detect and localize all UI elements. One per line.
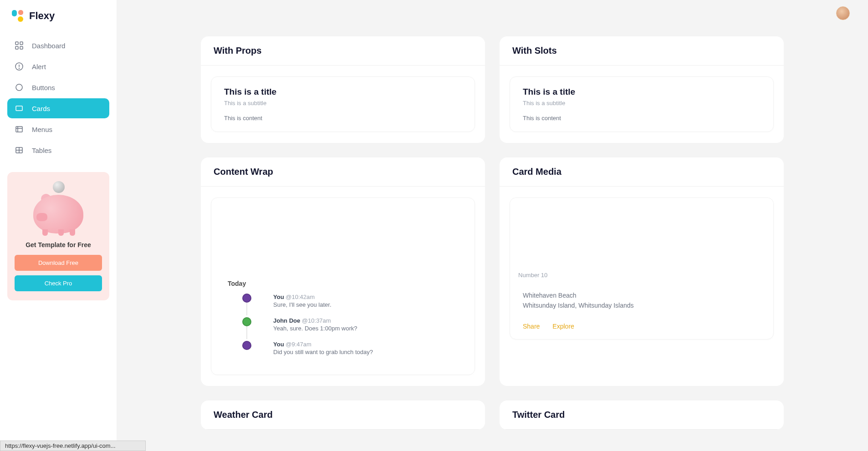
sidebar-item-cards[interactable]: Cards bbox=[7, 98, 109, 118]
sidebar-item-label: Cards bbox=[32, 105, 50, 112]
svg-point-2 bbox=[18, 16, 23, 22]
panel-card-media: Card Media Number 10 Whitehaven Beach Wh… bbox=[500, 157, 784, 386]
grid-icon bbox=[15, 41, 24, 50]
nav-list: Dashboard Alert Buttons Cards Menus Tabl… bbox=[0, 35, 117, 161]
avatar[interactable] bbox=[836, 6, 850, 20]
timeline-card: Today You @10:42am Sure, I'll see you la… bbox=[211, 198, 475, 375]
panel-header: Twitter Card bbox=[500, 400, 784, 430]
promo-card: Get Template for Free Download Free Chec… bbox=[7, 172, 109, 300]
download-button[interactable]: Download Free bbox=[15, 255, 102, 271]
panel-header: Content Wrap bbox=[201, 157, 485, 187]
panel-header: With Slots bbox=[500, 36, 784, 66]
sidebar: Flexy Dashboard Alert Buttons Cards Menu… bbox=[0, 0, 117, 451]
explore-button[interactable]: Explore bbox=[552, 323, 574, 330]
svg-rect-11 bbox=[16, 106, 22, 111]
sidebar-item-alert[interactable]: Alert bbox=[7, 56, 109, 76]
panel-content-wrap: Content Wrap Today You @10:42am bbox=[201, 157, 485, 386]
card-subtitle: This is a subtitle bbox=[224, 100, 462, 106]
logo[interactable]: Flexy bbox=[0, 9, 117, 35]
timeline-dot-icon bbox=[242, 294, 251, 303]
timeline-time: @9:47am bbox=[286, 341, 311, 348]
table-icon bbox=[15, 146, 24, 155]
sidebar-item-menus[interactable]: Menus bbox=[7, 119, 109, 139]
promo-text: Get Template for Free bbox=[15, 241, 102, 248]
card-title: This is a title bbox=[523, 87, 761, 97]
panel-header: Card Media bbox=[500, 157, 784, 187]
card-icon bbox=[15, 104, 24, 113]
svg-rect-4 bbox=[20, 42, 23, 45]
card-media-image bbox=[510, 198, 773, 266]
main-content: With Props This is a title This is a sub… bbox=[117, 0, 868, 451]
sidebar-item-label: Buttons bbox=[32, 84, 55, 91]
timeline-dot-icon bbox=[242, 317, 251, 326]
sidebar-item-label: Dashboard bbox=[32, 42, 65, 50]
panel-twitter: Twitter Card bbox=[500, 400, 784, 430]
timeline-name: You bbox=[273, 294, 284, 300]
timeline-message: Did you still want to grab lunch today? bbox=[273, 349, 373, 355]
status-bar: https://flexy-vuejs-free.netlify.app/ui-… bbox=[0, 441, 146, 451]
panel-with-slots: With Slots This is a title This is a sub… bbox=[500, 36, 784, 143]
svg-rect-3 bbox=[15, 42, 18, 45]
today-label: Today bbox=[224, 280, 462, 287]
media-location-2: Whitsunday Island, Whitsunday Islands bbox=[523, 300, 761, 310]
media-card: Number 10 Whitehaven Beach Whitsunday Is… bbox=[510, 198, 774, 340]
alert-icon bbox=[15, 62, 24, 71]
timeline-time: @10:37am bbox=[302, 317, 331, 324]
card-subtitle: This is a subtitle bbox=[523, 100, 761, 106]
circle-icon bbox=[15, 83, 24, 92]
timeline-name: You bbox=[273, 341, 284, 348]
sidebar-item-label: Menus bbox=[32, 126, 52, 133]
panel-weather: Weather Card bbox=[201, 400, 485, 430]
card-title: This is a title bbox=[224, 87, 462, 97]
panel-header: Weather Card bbox=[201, 400, 485, 430]
timeline: You @10:42am Sure, I'll see you later. J… bbox=[242, 294, 462, 355]
piggy-bank-icon bbox=[31, 181, 86, 236]
share-button[interactable]: Share bbox=[523, 323, 540, 330]
demo-card: This is a title This is a subtitle This … bbox=[510, 76, 774, 132]
timeline-name: John Doe bbox=[273, 317, 300, 324]
sidebar-item-label: Tables bbox=[32, 147, 51, 154]
timeline-message: Sure, I'll see you later. bbox=[273, 301, 332, 308]
brand-name: Flexy bbox=[29, 10, 55, 22]
svg-point-10 bbox=[16, 84, 22, 91]
menu-icon bbox=[15, 125, 24, 134]
demo-card: This is a title This is a subtitle This … bbox=[211, 76, 475, 132]
media-location-1: Whitehaven Beach bbox=[523, 290, 761, 300]
svg-rect-5 bbox=[15, 46, 18, 49]
logo-icon bbox=[11, 9, 25, 23]
panel-header: With Props bbox=[201, 36, 485, 66]
card-content: This is content bbox=[224, 115, 462, 122]
card-content: This is content bbox=[523, 115, 761, 122]
panel-with-props: With Props This is a title This is a sub… bbox=[201, 36, 485, 143]
timeline-item: John Doe @10:37am Yeah, sure. Does 1:00p… bbox=[242, 317, 462, 332]
timeline-time: @10:42am bbox=[286, 294, 315, 300]
svg-rect-12 bbox=[16, 127, 22, 132]
check-pro-button[interactable]: Check Pro bbox=[15, 275, 102, 291]
sidebar-item-dashboard[interactable]: Dashboard bbox=[7, 35, 109, 56]
timeline-dot-icon bbox=[242, 341, 251, 350]
sidebar-item-buttons[interactable]: Buttons bbox=[7, 77, 109, 97]
timeline-item: You @10:42am Sure, I'll see you later. bbox=[242, 294, 462, 308]
sidebar-item-label: Alert bbox=[32, 63, 46, 71]
svg-rect-0 bbox=[12, 10, 17, 16]
timeline-item: You @9:47am Did you still want to grab l… bbox=[242, 341, 462, 355]
card-image-placeholder bbox=[224, 208, 462, 280]
media-number: Number 10 bbox=[510, 266, 773, 287]
svg-rect-1 bbox=[18, 10, 23, 15]
sidebar-item-tables[interactable]: Tables bbox=[7, 140, 109, 160]
svg-rect-6 bbox=[20, 46, 23, 49]
svg-point-9 bbox=[19, 68, 20, 69]
timeline-message: Yeah, sure. Does 1:00pm work? bbox=[273, 325, 357, 332]
